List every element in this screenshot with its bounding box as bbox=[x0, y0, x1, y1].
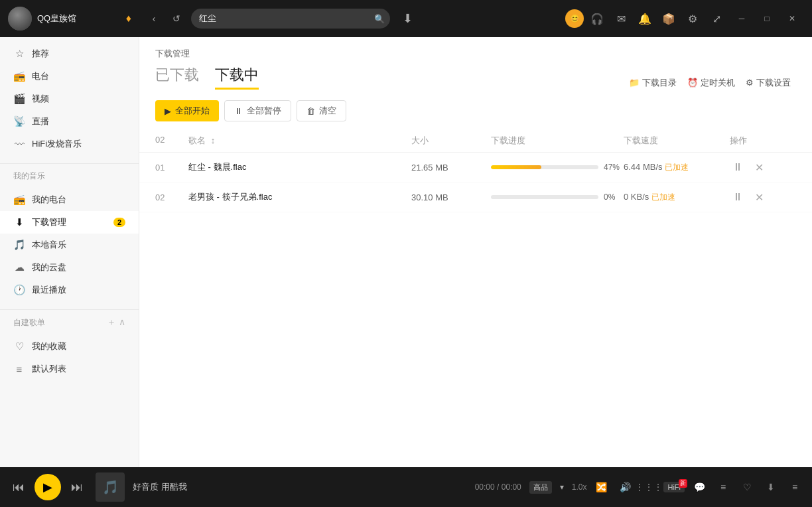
recent-icon: 🕐 bbox=[13, 284, 25, 296]
content-area: 下载管理 已下载 下载中 📁 下载目录 ⏰ 定时关机 ⚙ bbox=[139, 37, 812, 467]
avatar[interactable] bbox=[8, 7, 32, 31]
timer-icon: ⏰ bbox=[687, 78, 698, 88]
loop-icon[interactable]: 🔀 bbox=[592, 478, 610, 496]
sidebar-item-favorites[interactable]: ♡ 我的收藏 bbox=[0, 335, 139, 358]
list-icon: ≡ bbox=[13, 364, 25, 375]
sidebar-item-local-music[interactable]: 🎵 本地音乐 bbox=[0, 234, 139, 256]
row-2-pause-button[interactable]: ⏸ bbox=[730, 189, 746, 205]
row-1-progress: 47% bbox=[491, 163, 624, 172]
sidebar-item-cloud[interactable]: ☁ 我的云盘 bbox=[0, 256, 139, 279]
row-2-size: 30.10 MB bbox=[411, 192, 491, 202]
playlist-icon[interactable]: ≡ bbox=[714, 478, 732, 496]
my-music-title: 我的音乐 bbox=[0, 167, 139, 183]
live-icon: 📡 bbox=[13, 115, 25, 127]
row-2-close-button[interactable]: ✕ bbox=[751, 189, 767, 205]
heart-icon: ♡ bbox=[13, 340, 25, 352]
col-num: 02 bbox=[155, 135, 188, 147]
star-icon: ☆ bbox=[13, 48, 25, 60]
row-1-num: 01 bbox=[155, 163, 188, 173]
quality-dropdown-icon[interactable]: ▾ bbox=[560, 482, 564, 492]
next-button[interactable]: ⏭ bbox=[66, 476, 88, 498]
minimize-button[interactable]: ─ bbox=[730, 9, 754, 28]
volume-icon[interactable]: 🔊 bbox=[616, 478, 634, 496]
back-button[interactable]: ‹ bbox=[145, 9, 163, 28]
trash-icon: 🗑 bbox=[306, 106, 315, 116]
refresh-button[interactable]: ↺ bbox=[167, 9, 186, 28]
divider-2 bbox=[0, 309, 139, 310]
download-song-icon[interactable]: ⬇ bbox=[762, 478, 780, 496]
add-playlist-icon[interactable]: ＋ bbox=[107, 317, 116, 328]
hifi-badge[interactable]: HiFi bbox=[663, 482, 685, 492]
prev-button[interactable]: ⏮ bbox=[8, 476, 29, 498]
col-size: 大小 bbox=[411, 135, 491, 147]
speed-label[interactable]: 1.0x bbox=[572, 482, 587, 492]
download-mgr-icon: ⬇ bbox=[13, 216, 25, 228]
quality-badge: 高品 bbox=[529, 481, 552, 494]
album-thumbnail[interactable]: 🎵 bbox=[96, 472, 125, 502]
package-icon[interactable]: 📦 bbox=[658, 8, 679, 29]
tab-downloaded[interactable]: 已下载 bbox=[155, 65, 199, 88]
row-1-size: 21.65 MB bbox=[411, 163, 491, 173]
bottom-right-controls: 1.0x 🔀 🔊 ⋮⋮⋮ HiFi 💬 ≡ ♡ ⬇ ≡ bbox=[572, 478, 804, 496]
equalizer-icon[interactable]: ⋮⋮⋮ bbox=[640, 478, 658, 496]
tab-row: 已下载 下载中 bbox=[155, 65, 259, 90]
collapse-playlist-icon[interactable]: ∧ bbox=[119, 317, 125, 328]
sidebar-item-radio[interactable]: 📻 电台 bbox=[0, 65, 139, 88]
window-controls: ─ □ ✕ bbox=[730, 9, 804, 28]
progress-bar-bg bbox=[491, 165, 598, 169]
row-1-speed: 6.44 MB/s 已加速 bbox=[624, 162, 730, 173]
divider-1 bbox=[0, 163, 139, 164]
sidebar-item-live[interactable]: 📡 直播 bbox=[0, 110, 139, 133]
download-table: 02 歌名 ↕ 大小 下载进度 下载速度 操作 01 红尘 - 魏晨.flac … bbox=[139, 129, 812, 467]
download-dir-button[interactable]: 📁 下载目录 bbox=[629, 77, 677, 89]
row-2-progress-text: 0% bbox=[604, 192, 624, 202]
progress-bar-fill-1 bbox=[491, 165, 541, 169]
sidebar-item-hifi[interactable]: 〰 HiFi发烧音乐 bbox=[0, 133, 139, 155]
play-button[interactable]: ▶ bbox=[34, 474, 61, 500]
more-icon[interactable]: ≡ bbox=[785, 478, 804, 496]
play-icon: ▶ bbox=[165, 106, 171, 116]
sidebar-item-recent[interactable]: 🕐 最近播放 bbox=[0, 279, 139, 301]
row-1-close-button[interactable]: ✕ bbox=[751, 159, 767, 175]
download-icon[interactable]: ⬇ bbox=[395, 7, 419, 31]
pause-all-button[interactable]: ⏸ 全部暂停 bbox=[224, 100, 291, 121]
headphone-icon[interactable]: 🎧 bbox=[586, 8, 608, 29]
timer-shutdown-button[interactable]: ⏰ 定时关机 bbox=[687, 77, 735, 89]
start-all-button[interactable]: ▶ 全部开始 bbox=[155, 100, 219, 121]
main-area: ☆ 推荐 📻 电台 🎬 视频 📡 直播 〰 HiFi发烧音乐 我的音乐 bbox=[0, 37, 812, 467]
playlist-actions: ＋ ∧ bbox=[107, 317, 125, 328]
expand-icon[interactable]: ⤢ bbox=[706, 8, 727, 29]
download-settings-button[interactable]: ⚙ 下载设置 bbox=[746, 77, 791, 89]
maximize-button[interactable]: □ bbox=[755, 9, 779, 28]
nav-controls: ‹ ↺ bbox=[139, 9, 191, 28]
row-1-jia-su[interactable]: 已加速 bbox=[665, 163, 689, 172]
sidebar-item-video[interactable]: 🎬 视频 bbox=[0, 88, 139, 110]
user-face-icon[interactable]: 😊 bbox=[565, 9, 584, 28]
settings-icon[interactable]: ⚙ bbox=[682, 8, 703, 29]
my-music-section: 📻 我的电台 ⬇ 下载管理 2 🎵 本地音乐 ☁ 我的云盘 🕐 最近播放 bbox=[0, 183, 139, 307]
sort-icon[interactable]: ↕ bbox=[211, 135, 216, 145]
tab-downloading[interactable]: 下载中 bbox=[215, 65, 259, 90]
favorite-icon[interactable]: ♡ bbox=[738, 478, 756, 496]
row-1-pause-button[interactable]: ⏸ bbox=[730, 159, 746, 175]
sidebar-item-recommend[interactable]: ☆ 推荐 bbox=[0, 42, 139, 65]
sidebar-item-download[interactable]: ⬇ 下载管理 2 bbox=[0, 211, 139, 234]
playlist-section: ♡ 我的收藏 ≡ 默认列表 bbox=[0, 330, 139, 386]
lyrics-icon[interactable]: 💬 bbox=[690, 478, 709, 496]
table-header: 02 歌名 ↕ 大小 下载进度 下载速度 操作 bbox=[139, 129, 812, 153]
col-speed: 下载速度 bbox=[624, 135, 730, 147]
row-1-actions: ⏸ ✕ bbox=[730, 159, 796, 175]
mail-icon[interactable]: ✉ bbox=[610, 8, 632, 29]
row-2-speed: 0 KB/s 已加速 bbox=[624, 192, 730, 203]
clear-button[interactable]: 🗑 清空 bbox=[297, 100, 346, 121]
col-name: 歌名 ↕ bbox=[188, 135, 411, 147]
video-icon: 🎬 bbox=[13, 93, 25, 105]
toolbar: ▶ 全部开始 ⏸ 全部暂停 🗑 清空 bbox=[139, 100, 812, 129]
row-2-jia-su[interactable]: 已加速 bbox=[651, 192, 675, 202]
sidebar-item-my-radio[interactable]: 📻 我的电台 bbox=[0, 188, 139, 211]
search-input[interactable] bbox=[191, 9, 390, 29]
header-actions: 📁 下载目录 ⏰ 定时关机 ⚙ 下载设置 bbox=[629, 77, 796, 89]
sidebar-item-default-list[interactable]: ≡ 默认列表 bbox=[0, 358, 139, 380]
close-button[interactable]: ✕ bbox=[780, 9, 804, 28]
notification-icon[interactable]: 🔔 bbox=[634, 8, 655, 29]
